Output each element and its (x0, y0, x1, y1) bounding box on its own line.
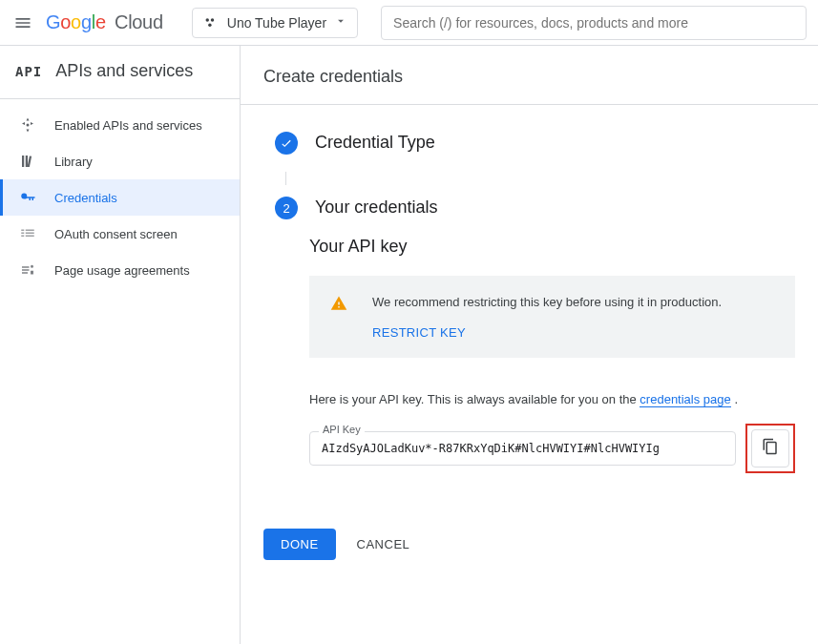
sidebar-item-credentials[interactable]: Credentials (0, 179, 240, 216)
sidebar-item-label: Page usage agreements (54, 263, 190, 278)
api-badge-icon: API (15, 64, 42, 79)
done-button[interactable]: DONE (263, 529, 336, 560)
project-picker[interactable]: Uno Tube Player (192, 8, 358, 38)
copy-api-key-button[interactable] (751, 429, 789, 467)
project-name: Uno Tube Player (227, 15, 326, 31)
info-line: Here is your API key. This is always ava… (309, 392, 795, 406)
sidebar-item-enabled-apis[interactable]: Enabled APIs and services (0, 107, 240, 143)
step-2-badge: 2 (275, 197, 298, 219)
sidebar-item-label: Library (54, 155, 93, 169)
searchbar (381, 6, 807, 40)
restrict-key-link[interactable]: RESTRICT KEY (372, 325, 466, 340)
key-icon (18, 189, 37, 206)
svg-point-0 (205, 18, 208, 21)
sidebar-header: API APIs and services (0, 61, 240, 98)
warning-icon (330, 295, 347, 316)
api-key-heading: Your API key (309, 237, 795, 257)
oauth-icon (18, 225, 37, 242)
page-title: Create credentials (263, 67, 795, 87)
topbar: Google Cloud Uno Tube Player (0, 0, 818, 46)
info-suffix: . (731, 392, 738, 406)
info-prefix: Here is your API key. This is always ava… (309, 392, 640, 406)
project-icon (202, 14, 220, 31)
chevron-down-icon (334, 14, 347, 31)
step-2-title: Your credentials (315, 197, 437, 218)
svg-point-1 (211, 18, 214, 21)
main-content: Create credentials Credential Type 2 You… (241, 46, 818, 644)
library-icon (18, 153, 37, 170)
google-cloud-logo[interactable]: Google Cloud (46, 11, 163, 33)
copy-icon (762, 438, 779, 458)
svg-point-2 (208, 23, 211, 26)
step-1-title: Credential Type (315, 132, 435, 153)
cancel-button[interactable]: CANCEL (357, 537, 410, 551)
api-key-legend: API Key (319, 424, 365, 435)
enabled-apis-icon (18, 116, 37, 134)
warning-text: We recommend restricting this key before… (372, 293, 722, 312)
copy-highlight (745, 424, 795, 473)
sidebar-item-oauth[interactable]: OAuth consent screen (0, 216, 240, 252)
step-2: 2 Your credentials (263, 197, 795, 219)
footer-actions: DONE CANCEL (263, 529, 795, 560)
sidebar-item-label: OAuth consent screen (54, 227, 178, 241)
sidebar: API APIs and services Enabled APIs and s… (0, 46, 241, 644)
sidebar-title: APIs and services (55, 61, 193, 81)
step-1: Credential Type (263, 132, 795, 155)
logo-cloud-text: Cloud (115, 11, 163, 33)
warning-box: We recommend restricting this key before… (309, 276, 795, 358)
api-key-field-wrapper: API Key (309, 431, 736, 466)
sidebar-item-label: Enabled APIs and services (54, 118, 202, 133)
hamburger-menu-icon[interactable] (11, 11, 34, 34)
sidebar-item-label: Credentials (54, 191, 117, 205)
agreements-icon (18, 261, 37, 279)
search-input[interactable] (381, 6, 807, 40)
sidebar-item-library[interactable]: Library (0, 143, 240, 179)
api-key-input[interactable] (309, 431, 736, 466)
step-check-icon (275, 132, 298, 155)
sidebar-item-usage-agreements[interactable]: Page usage agreements (0, 252, 240, 288)
credentials-page-link[interactable]: credentials page (640, 392, 730, 407)
